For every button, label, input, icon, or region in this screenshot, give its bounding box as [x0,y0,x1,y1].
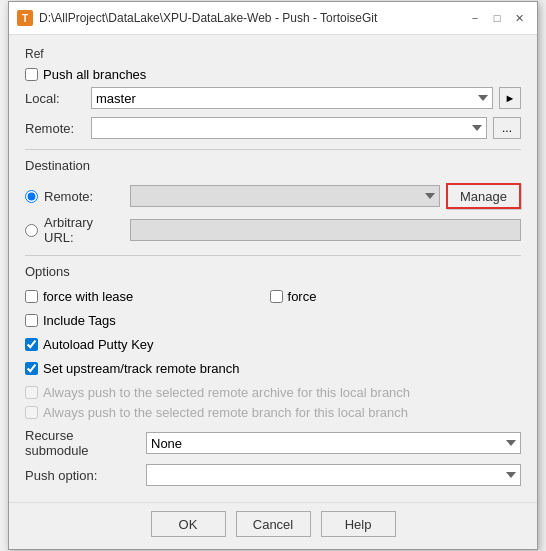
arbitrary-url-row: Arbitrary URL: [25,215,521,245]
always-push-archive-label: Always push to the selected remote archi… [43,385,410,400]
dialog-footer: OK Cancel Help [9,502,537,549]
push-all-branches-row: Push all branches [25,67,521,82]
force-row: force [270,289,317,304]
force-with-lease-row: force with lease [25,289,240,304]
set-upstream-label: Set upstream/track remote branch [43,361,240,376]
options-col-left: force with lease Include Tags Autoload P… [25,289,240,381]
push-option-label: Push option: [25,468,140,483]
arbitrary-url-label: Arbitrary URL: [44,215,124,245]
always-push-archive-row: Always push to the selected remote archi… [25,385,521,400]
options-grid: force with lease Include Tags Autoload P… [25,289,521,381]
destination-remote-label: Remote: [44,189,124,204]
close-button[interactable]: ✕ [509,8,529,28]
maximize-button[interactable]: □ [487,8,507,28]
recurse-row: Recurse submodule None No On demand Yes [25,428,521,458]
title-bar: T D:\AllProject\DataLake\XPU-DataLake-We… [9,2,537,35]
force-with-lease-checkbox[interactable] [25,290,38,303]
local-select[interactable]: master [91,87,493,109]
local-label: Local: [25,91,85,106]
separator-2 [25,255,521,256]
autoload-putty-row: Autoload Putty Key [25,337,240,352]
push-all-branches-checkbox[interactable] [25,68,38,81]
always-push-archive-checkbox[interactable] [25,386,38,399]
options-col-right: force [270,289,317,381]
recurse-select[interactable]: None No On demand Yes [146,432,521,454]
recurse-label: Recurse submodule [25,428,140,458]
arbitrary-url-radio[interactable] [25,224,38,237]
options-section: Options force with lease Include Tags Au… [25,264,521,420]
include-tags-row: Include Tags [25,313,240,328]
title-bar-controls: − □ ✕ [465,8,529,28]
remote-row: Remote: ... [25,117,521,139]
arbitrary-url-input[interactable] [130,219,521,241]
cancel-button[interactable]: Cancel [236,511,311,537]
set-upstream-checkbox[interactable] [25,362,38,375]
always-push-branch-label: Always push to the selected remote branc… [43,405,408,420]
manage-button[interactable]: Manage [446,183,521,209]
ref-label: Ref [25,47,521,61]
local-row: Local: master ► [25,87,521,109]
push-option-select[interactable] [146,464,521,486]
always-push-branch-row: Always push to the selected remote branc… [25,405,521,420]
main-window: T D:\AllProject\DataLake\XPU-DataLake-We… [8,1,538,550]
remote-select[interactable] [91,117,487,139]
destination-remote-select[interactable] [130,185,440,207]
destination-remote-row: Remote: Manage [25,183,521,209]
force-checkbox[interactable] [270,290,283,303]
destination-label: Destination [25,158,521,175]
set-upstream-row: Set upstream/track remote branch [25,361,240,376]
include-tags-checkbox[interactable] [25,314,38,327]
local-arrow-button[interactable]: ► [499,87,521,109]
app-icon: T [17,10,33,26]
title-bar-left: T D:\AllProject\DataLake\XPU-DataLake-We… [17,10,377,26]
include-tags-label: Include Tags [43,313,116,328]
help-button[interactable]: Help [321,511,396,537]
minimize-button[interactable]: − [465,8,485,28]
destination-section: Destination Remote: Manage Arbitrary URL… [25,158,521,245]
autoload-putty-checkbox[interactable] [25,338,38,351]
ref-section: Ref Push all branches Local: master ► Re… [25,47,521,139]
dialog-content: Ref Push all branches Local: master ► Re… [9,35,537,502]
autoload-putty-label: Autoload Putty Key [43,337,154,352]
force-label: force [288,289,317,304]
always-push-branch-checkbox[interactable] [25,406,38,419]
push-option-row: Push option: [25,464,521,486]
separator-1 [25,149,521,150]
remote-label: Remote: [25,121,85,136]
window-title: D:\AllProject\DataLake\XPU-DataLake-Web … [39,11,377,25]
ok-button[interactable]: OK [151,511,226,537]
force-with-lease-label: force with lease [43,289,133,304]
remote-ellipsis-button[interactable]: ... [493,117,521,139]
destination-remote-radio[interactable] [25,190,38,203]
options-label: Options [25,264,521,281]
push-all-branches-label: Push all branches [43,67,146,82]
